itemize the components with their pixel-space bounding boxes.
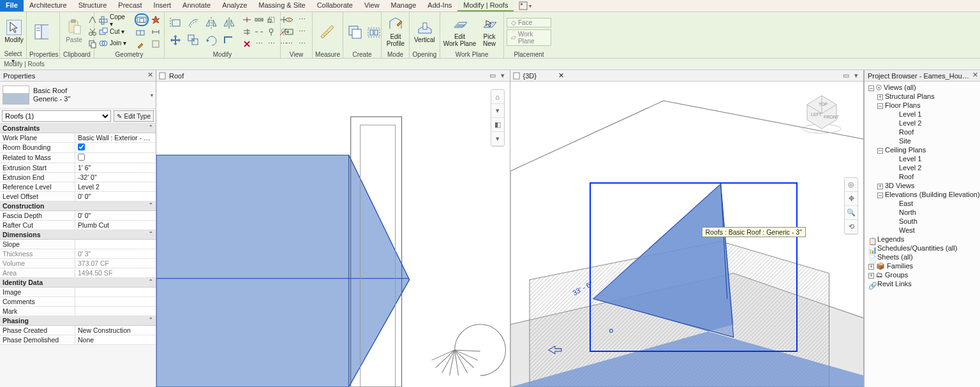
tree-legends[interactable]: 📋Legends <box>866 235 980 244</box>
demolish-icon[interactable] <box>150 14 161 26</box>
paste-button[interactable]: Paste <box>63 13 85 50</box>
move-icon[interactable] <box>167 32 184 48</box>
tab-modify-roofs[interactable]: Modify | Roofs <box>457 0 514 11</box>
pin-icon[interactable] <box>265 26 277 38</box>
nav-more-icon[interactable]: ▾ <box>491 132 504 146</box>
face-placement-button[interactable]: ◇Face <box>507 18 551 27</box>
prop-phase-demolished-value[interactable]: None <box>75 335 156 344</box>
modify-tool-button[interactable]: Modify <box>3 13 26 50</box>
view-roof-title[interactable]: Roof <box>169 72 184 80</box>
tree-elev-east[interactable]: East <box>866 199 980 208</box>
extra1-icon[interactable]: ⋯ <box>253 38 265 50</box>
tree-ceil-level2[interactable]: Level 2 <box>866 163 980 172</box>
array-icon[interactable] <box>253 14 265 26</box>
vertical-opening-button[interactable]: Vertical <box>412 13 437 50</box>
tab-file[interactable]: File <box>0 0 24 11</box>
prop-workplane-value[interactable]: Basic Wall : Exterior - Bri... <box>75 133 156 142</box>
type-dropdown-icon[interactable]: ▾ <box>151 92 153 98</box>
trim-multi-icon[interactable] <box>241 26 253 38</box>
tab-analyze[interactable]: Analyze <box>216 0 253 11</box>
edit-profile-button[interactable]: Edit Profile <box>384 13 407 50</box>
nav-pan-icon[interactable]: ✥ <box>845 192 858 206</box>
tab-structure[interactable]: Structure <box>73 0 113 11</box>
view1-icon[interactable]: ⋯ <box>296 14 308 26</box>
copy-icon[interactable] <box>185 32 202 48</box>
split-gap-icon[interactable] <box>253 26 265 38</box>
tree-schedules[interactable]: 📊Schedules/Quantities (all) <box>866 244 980 252</box>
tree-ceil-level1[interactable]: Level 1 <box>866 154 980 163</box>
offset-icon[interactable] <box>185 15 202 31</box>
view-3d-canvas[interactable]: 33' - 6" LEFT FRONT TOP <box>510 82 864 387</box>
tree-views[interactable]: –⦾ Views (all) <box>866 83 980 92</box>
tree-elevations[interactable]: –Elevations (Building Elevation) <box>866 190 980 199</box>
nav-expand-icon[interactable]: ▾ <box>491 104 504 118</box>
prop-fascia-value[interactable]: 0' 0" <box>75 211 156 220</box>
view-roof-canvas[interactable]: ⌂ ▾ ◧ ▾ <box>156 82 510 387</box>
room-bounding-checkbox[interactable] <box>78 143 85 150</box>
view-3d-title[interactable]: {3D} <box>523 72 537 80</box>
create-similar-button[interactable] <box>346 13 364 50</box>
tree-floor-level2[interactable]: Level 2 <box>866 119 980 128</box>
type-selector[interactable]: Basic Roof Generic - 3" ▾ <box>0 82 156 109</box>
tree-floor-site[interactable]: Site <box>866 136 980 145</box>
edit-workplane-button[interactable]: Edit Work Plane <box>443 13 477 50</box>
tree-ceil-roof[interactable]: Roof <box>866 172 980 181</box>
view-minimize-icon[interactable]: ▭ <box>842 71 850 80</box>
geom-extra-icon[interactable] <box>150 38 161 50</box>
tree-elev-west[interactable]: West <box>866 226 980 235</box>
nav-wheel-icon[interactable]: ◎ <box>845 178 858 192</box>
tab-view[interactable]: View <box>359 0 385 11</box>
prop-rafter-value[interactable]: Plumb Cut <box>75 221 156 230</box>
view2-icon[interactable]: ⋯ <box>296 26 308 38</box>
tab-collaborate[interactable]: Collaborate <box>311 0 359 11</box>
mirror-draw-icon[interactable] <box>221 15 237 31</box>
instance-filter-select[interactable]: Roofs (1) <box>2 110 111 122</box>
tab-architecture[interactable]: Architecture <box>24 0 73 11</box>
properties-close-icon[interactable]: ✕ <box>146 71 154 80</box>
tree-sheets[interactable]: 📄Sheets (all) <box>866 252 980 261</box>
prop-mark-value[interactable] <box>75 307 156 316</box>
join-geom-button[interactable]: Join ▾ <box>97 38 131 48</box>
prop-ref-level-value[interactable]: Level 2 <box>75 182 156 191</box>
tab-annotate[interactable]: Annotate <box>177 0 216 11</box>
project-browser-close-icon[interactable]: ✕ <box>972 71 979 80</box>
panel-dropdown-icon[interactable]: ▾ <box>529 3 531 9</box>
nav-zoom-icon[interactable]: 🔍 <box>845 206 858 220</box>
cope-button[interactable]: Cope ▾ <box>97 15 131 26</box>
tree-elev-south[interactable]: South <box>866 217 980 226</box>
view-extra-icon[interactable]: ⋯ <box>283 38 295 50</box>
delete-icon[interactable] <box>241 38 253 50</box>
wall-opening-icon[interactable] <box>135 13 149 26</box>
prop-ext-end-value[interactable]: -32' 0" <box>75 173 156 182</box>
prop-image-value[interactable] <box>75 288 156 296</box>
tree-floor-roof[interactable]: Roof <box>866 128 980 136</box>
prop-level-offset-value[interactable]: 0' 0" <box>75 192 156 201</box>
tree-floor-plans[interactable]: –Floor Plans <box>866 101 980 110</box>
scale-icon[interactable] <box>265 14 277 26</box>
hide-icon[interactable] <box>283 14 295 26</box>
pick-new-workplane-button[interactable]: Pick New <box>478 13 501 50</box>
tree-ceiling-plans[interactable]: –Ceiling Plans <box>866 145 980 154</box>
tree-groups[interactable]: +🗂 Groups <box>866 270 980 279</box>
tree-3d-views[interactable]: +3D Views <box>866 181 980 190</box>
edit-type-button[interactable]: ✎Edit Type <box>114 110 154 122</box>
tab-massing[interactable]: Massing & Site <box>253 0 311 11</box>
align-icon[interactable] <box>167 15 184 31</box>
tab-addins[interactable]: Add-Ins <box>422 0 457 11</box>
tree-elev-north[interactable]: North <box>866 208 980 217</box>
tree-structural-plans[interactable]: +Structural Plans <box>866 92 980 101</box>
split-icon[interactable] <box>241 14 253 26</box>
prop-ext-start-value[interactable]: 1' 6" <box>75 163 156 172</box>
panel-expand-icon[interactable] <box>519 1 528 10</box>
prop-comments-value[interactable] <box>75 297 156 306</box>
rotate-icon[interactable] <box>203 32 219 48</box>
extra2-icon[interactable]: ⋯ <box>265 38 277 50</box>
tab-manage[interactable]: Manage <box>385 0 422 11</box>
nav-cube-icon[interactable]: ◧ <box>491 118 504 132</box>
nav-orbit-icon[interactable]: ⟲ <box>845 220 858 234</box>
tree-floor-level1[interactable]: Level 1 <box>866 110 980 119</box>
tree-revit-links[interactable]: 🔗Revit Links <box>866 279 980 288</box>
view-minimize-icon[interactable]: ▭ <box>488 71 497 80</box>
view3-icon[interactable]: ⋯ <box>296 38 308 50</box>
tab-precast[interactable]: Precast <box>112 0 147 11</box>
